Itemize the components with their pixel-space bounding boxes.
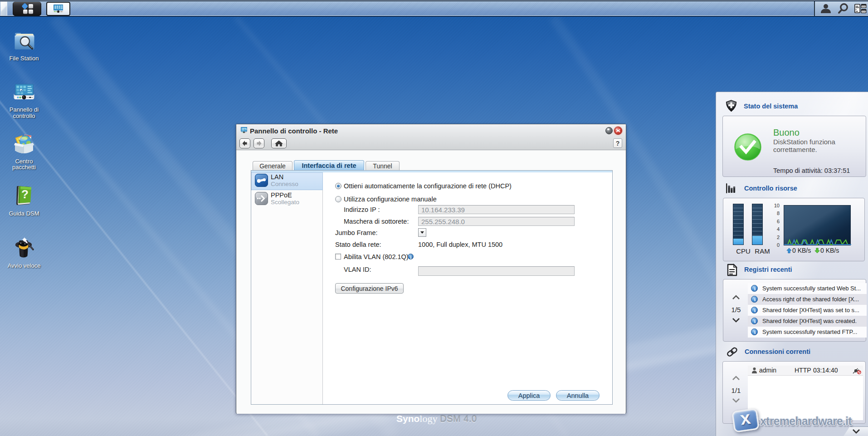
svg-text:?: ? [21,187,29,201]
